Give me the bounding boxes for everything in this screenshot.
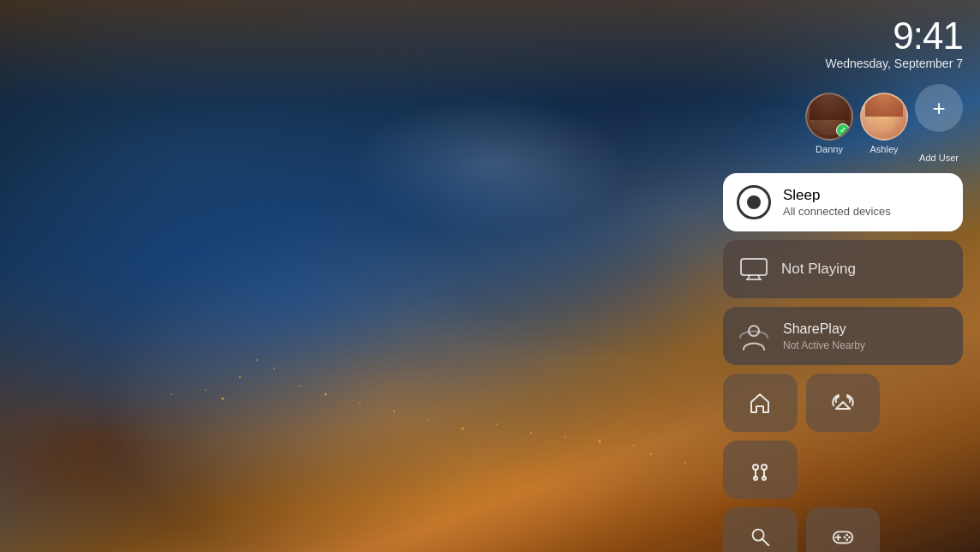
control-center: 9:41 Wednesday, September 7 ✓ Danny Ashl… (723, 17, 963, 552)
gamepad-icon (831, 525, 855, 549)
shareplay-icon (737, 319, 771, 353)
not-playing-label: Not Playing (781, 261, 856, 278)
shareplay-title: SharePlay (783, 321, 865, 337)
svg-point-16 (846, 534, 848, 537)
shareplay-subtitle: Not Active Nearby (783, 339, 865, 351)
svg-line-12 (763, 539, 769, 545)
monitor-icon (738, 254, 769, 285)
svg-point-18 (846, 538, 848, 541)
plus-icon: + (932, 95, 945, 122)
user-danny[interactable]: ✓ Danny (805, 93, 853, 154)
search-button[interactable] (723, 507, 798, 552)
active-badge: ✓ (836, 123, 850, 137)
users-row: ✓ Danny Ashley + Add User (723, 84, 963, 163)
sleep-icon (737, 185, 771, 219)
icon-grid-bottom (723, 507, 963, 552)
gamepad-button[interactable] (806, 507, 881, 552)
svg-rect-0 (741, 259, 767, 275)
not-playing-card[interactable]: Not Playing (723, 240, 963, 298)
date-display: Wednesday, September 7 (723, 57, 963, 70)
sleep-text: Sleep All connected devices (783, 187, 891, 218)
sleep-subtitle: All connected devices (783, 205, 891, 218)
ashley-face (862, 94, 906, 139)
add-user-label: Add User (919, 153, 959, 163)
user-danny-label: Danny (816, 144, 843, 154)
svg-point-17 (848, 537, 851, 539)
shareplay-text: SharePlay Not Active Nearby (783, 321, 865, 351)
add-user-item[interactable]: + Add User (915, 84, 963, 163)
shareplay-card[interactable]: SharePlay Not Active Nearby (723, 307, 963, 365)
avatar-ashley (860, 93, 908, 141)
user-ashley[interactable]: Ashley (860, 93, 908, 154)
sleep-icon-inner (747, 195, 761, 209)
time-section: 9:41 Wednesday, September 7 (723, 17, 963, 70)
clock-display: 9:41 (723, 17, 963, 55)
user-ashley-label: Ashley (869, 144, 898, 154)
airpods-icon (747, 457, 773, 483)
svg-point-19 (843, 537, 846, 539)
add-user-button[interactable]: + (915, 84, 963, 132)
airplay-button[interactable] (806, 374, 881, 432)
home-button[interactable] (723, 374, 798, 432)
sleep-title: Sleep (783, 187, 891, 204)
empty-slot (888, 507, 963, 552)
icon-grid-top (723, 374, 963, 499)
airplay-icon (830, 390, 856, 416)
sleep-card[interactable]: Sleep All connected devices (723, 173, 963, 231)
search-icon (748, 525, 772, 549)
avatar-danny: ✓ (805, 93, 853, 141)
airpods-button[interactable] (723, 441, 798, 499)
home-icon (747, 390, 773, 416)
